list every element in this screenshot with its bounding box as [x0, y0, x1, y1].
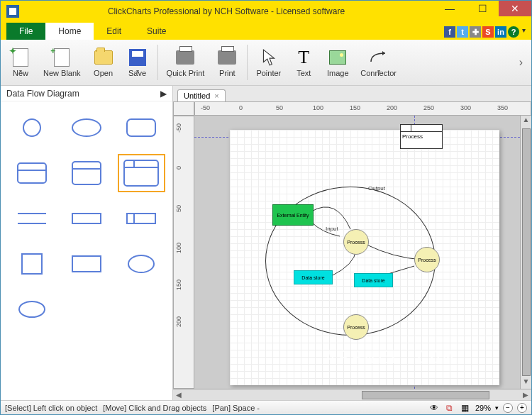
new-icon: ✦ ▾ — [11, 48, 31, 67]
quick-print-icon — [175, 48, 195, 67]
shape-rect-thin[interactable] — [62, 199, 110, 238]
canvas-body: -50 0 50 100 150 200 Process — [173, 116, 531, 389]
text-icon: T — [294, 48, 314, 67]
zoom-dropdown-icon[interactable]: ▾ — [495, 404, 499, 411]
tab-edit[interactable]: Edit — [94, 23, 134, 40]
help-icon[interactable]: ? — [508, 26, 519, 38]
toolbar: ✦ ▾ New + New Blank Open ▾ Save Quick Pr… — [1, 40, 531, 86]
toolbar-overflow-icon[interactable]: › — [514, 56, 528, 69]
eye-icon[interactable]: 👁 — [428, 402, 440, 414]
text-button[interactable]: T Text — [287, 45, 321, 80]
canvas-area: Untitled × -50 0 50 100 150 200 250 300 … — [173, 86, 531, 400]
image-button[interactable]: Image — [321, 45, 355, 80]
open-button[interactable]: Open — [87, 45, 121, 80]
shape-square[interactable] — [8, 245, 55, 283]
linkedin-icon[interactable]: in — [495, 26, 506, 38]
shapes-category-label: Data Flow Diagram — [6, 89, 79, 99]
help-dropdown-icon[interactable]: ▾ — [522, 26, 526, 38]
svg-rect-7 — [124, 160, 158, 186]
process-shape-2[interactable]: Process — [414, 247, 440, 272]
pointer-button[interactable]: Pointer — [250, 45, 287, 80]
svg-point-1 — [72, 119, 101, 136]
datastore-shape-2[interactable]: Data store — [354, 273, 393, 287]
status-bar: [Select] Left click on object [Move] Cli… — [1, 400, 531, 414]
document-tab[interactable]: Untitled × — [177, 89, 226, 101]
menu-bar: File Home Edit Suite f t ✚ S in ? ▾ — [1, 22, 531, 40]
status-select-hint: [Select] Left click on object — [5, 404, 97, 412]
input-label[interactable]: Input — [326, 226, 338, 232]
shapes-category-header[interactable]: Data Flow Diagram ▶ — [1, 86, 172, 101]
shape-palette — [1, 101, 172, 336]
maximize-button[interactable]: ☐ — [466, 1, 499, 16]
app-icon — [6, 5, 19, 18]
external-entity-shape[interactable]: External Entity — [272, 204, 314, 226]
shape-circle[interactable] — [8, 109, 55, 147]
tab-suite[interactable]: Suite — [134, 23, 179, 40]
shape-rect-divided[interactable] — [118, 199, 165, 238]
facebook-icon[interactable]: f — [444, 26, 455, 38]
status-move-hint: [Move] Click and Drag objects — [103, 404, 206, 412]
output-label[interactable]: Output — [368, 185, 385, 192]
shape-oval[interactable] — [62, 109, 110, 147]
svg-rect-13 — [127, 214, 155, 223]
minimize-button[interactable]: — — [433, 1, 466, 16]
status-pan-hint: [Pan] Space - — [212, 404, 260, 412]
datastore-shape-1[interactable]: Data store — [294, 270, 333, 284]
svg-rect-5 — [72, 162, 101, 184]
svg-point-0 — [23, 119, 40, 136]
horizontal-scrollbar[interactable]: ◀ ▶ — [173, 389, 531, 400]
document-tab-label: Untitled — [184, 92, 210, 100]
print-button[interactable]: Print — [210, 45, 244, 80]
main-area: Data Flow Diagram ▶ Untitled × — [1, 86, 531, 400]
window-title: ClickCharts Professional by NCH Software… — [19, 6, 433, 16]
social-icons: f t ✚ S in ? ▾ — [444, 26, 526, 38]
chevron-right-icon: ▶ — [160, 89, 167, 99]
zoom-in-button[interactable]: + — [517, 403, 527, 413]
svg-rect-2 — [127, 119, 155, 136]
magnet-icon[interactable]: ⧉ — [444, 402, 455, 414]
shape-title-rect-2[interactable] — [62, 154, 110, 192]
ruler-row: -50 0 50 100 150 200 250 300 350 — [173, 101, 531, 116]
separator — [157, 45, 158, 80]
shape-rounded-rect[interactable] — [118, 109, 165, 147]
shape-open-rect[interactable] — [8, 199, 55, 238]
new-button[interactable]: ✦ ▾ New — [4, 45, 38, 80]
image-icon — [328, 48, 348, 67]
connector-button[interactable]: ▾ Connector — [355, 45, 402, 80]
new-blank-icon: + — [52, 48, 72, 67]
shape-title-rect-split[interactable] — [118, 154, 165, 192]
svg-rect-15 — [22, 254, 42, 274]
new-blank-button[interactable]: + New Blank — [38, 45, 87, 80]
process-shape-3[interactable]: Process — [343, 314, 369, 340]
horizontal-ruler[interactable]: -50 0 50 100 150 200 250 300 350 — [194, 101, 531, 116]
separator — [247, 45, 248, 80]
twitter-icon[interactable]: t — [457, 26, 468, 38]
svg-point-17 — [128, 255, 154, 272]
zoom-out-button[interactable]: − — [503, 403, 513, 413]
stumbleupon-icon[interactable]: S — [482, 26, 494, 38]
shape-ellipse-2[interactable] — [8, 290, 55, 328]
shape-rect-wide[interactable] — [62, 245, 110, 283]
file-menu[interactable]: File — [6, 23, 45, 40]
save-icon: ▾ — [128, 48, 148, 67]
title-bar: ClickCharts Professional by NCH Software… — [1, 1, 531, 22]
close-button[interactable]: ✕ — [499, 1, 531, 16]
shape-title-rect[interactable] — [8, 154, 55, 192]
window-controls: — ☐ ✕ — [433, 1, 531, 22]
vertical-ruler[interactable]: -50 0 50 100 150 200 — [173, 116, 194, 389]
svg-rect-12 — [72, 214, 101, 223]
open-icon — [94, 48, 113, 67]
process-shape-1[interactable]: Process — [343, 229, 369, 255]
vertical-scrollbar[interactable]: ▲ ▼ — [520, 116, 531, 389]
close-tab-icon[interactable]: × — [214, 92, 218, 100]
tab-home[interactable]: Home — [45, 23, 94, 40]
share-icon[interactable]: ✚ — [470, 26, 481, 38]
svg-point-18 — [19, 301, 45, 317]
zoom-level: 29% — [475, 404, 491, 412]
canvas-viewport[interactable]: Process Output Input External Entity Pro… — [194, 116, 520, 389]
pointer-icon — [259, 48, 279, 67]
grid-icon[interactable]: ▦ — [460, 402, 471, 414]
quick-print-button[interactable]: Quick Print — [161, 45, 211, 80]
shape-ellipse[interactable] — [118, 245, 165, 283]
save-button[interactable]: ▾ Save — [121, 45, 155, 80]
